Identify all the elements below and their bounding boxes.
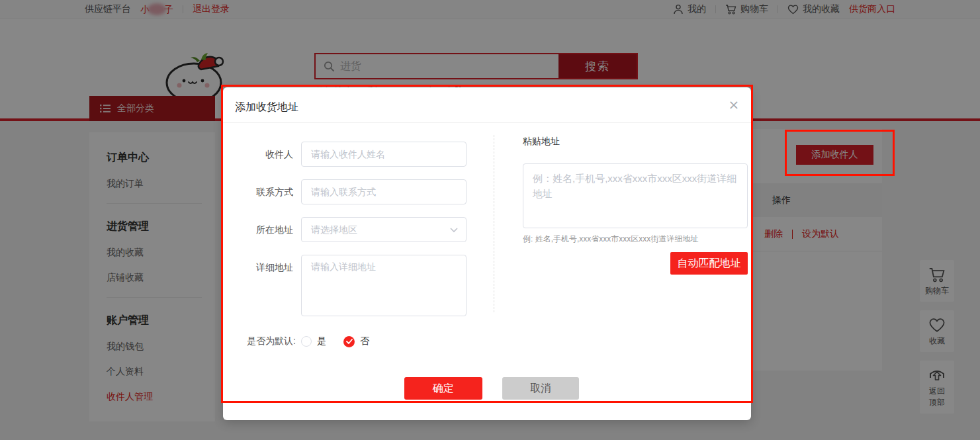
contact-input[interactable] [301, 179, 467, 204]
close-icon[interactable]: × [726, 97, 742, 112]
paste-address-hint: 例: 姓名,手机号,xxx省xxx市xxx区xxx街道详细地址 [523, 234, 698, 245]
chevron-down-icon [450, 228, 458, 233]
radio-yes-label[interactable]: 是 [317, 335, 326, 347]
auto-match-address-button[interactable]: 自动匹配地址 [670, 252, 748, 275]
radio-no-label[interactable]: 否 [360, 335, 369, 347]
radio-yes[interactable] [301, 336, 312, 347]
detail-address-textarea[interactable] [301, 255, 467, 316]
add-address-modal: 添加收货地址 × 收件人 联系方式 所在地址 请选择地区 详细地址 粘贴地址 例… [223, 87, 751, 420]
region-select[interactable]: 请选择地区 [301, 217, 467, 242]
divider [494, 135, 494, 312]
confirm-button[interactable]: 确定 [404, 377, 482, 400]
check-icon [346, 339, 353, 344]
paste-address-label: 粘贴地址 [523, 136, 560, 148]
default-address-row: 是否为默认: 是 否 [235, 335, 369, 347]
paste-address-textarea[interactable] [523, 163, 748, 228]
region-label: 所在地址 [235, 217, 301, 242]
is-default-label: 是否为默认: [235, 335, 301, 347]
recipient-input[interactable] [301, 142, 467, 167]
modal-title: 添加收货地址 [235, 101, 298, 114]
recipient-label: 收件人 [235, 142, 301, 167]
contact-label: 联系方式 [235, 179, 301, 204]
divider [223, 122, 751, 123]
cancel-button[interactable]: 取消 [502, 377, 579, 400]
radio-no-checked[interactable] [343, 336, 355, 347]
region-placeholder: 请选择地区 [311, 224, 357, 235]
detail-address-label: 详细地址 [235, 255, 301, 316]
